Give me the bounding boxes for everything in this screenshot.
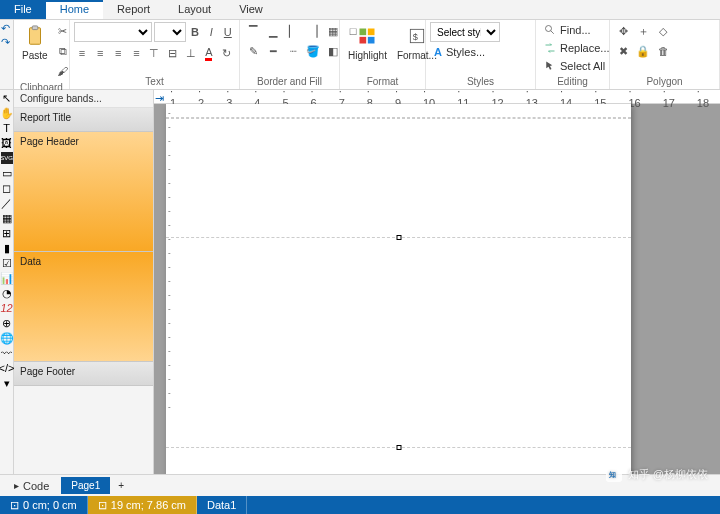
hand-tool-icon[interactable]: ✋ [1,107,13,119]
font-family-select[interactable] [74,22,152,42]
border-left-icon[interactable]: ▏ [284,22,302,40]
text-tool-icon[interactable]: T [1,122,13,134]
line-tool-icon[interactable]: ／ [1,197,13,209]
configure-bands-link[interactable]: Configure bands... [14,90,153,108]
page-surface[interactable]: ---------------------- [154,104,720,474]
report-page[interactable]: ---------------------- [166,104,631,474]
move-icon[interactable]: ✥ [614,22,632,40]
subreport-tool-icon[interactable]: ▦ [1,212,13,224]
section-report-title[interactable] [166,104,631,118]
band-report-title[interactable]: Report Title [14,108,153,132]
cut-icon[interactable]: ✂ [54,22,72,40]
tab-layout[interactable]: Layout [164,0,225,19]
rich-tool-icon[interactable]: 12 [1,302,13,314]
group-label-border: Border and Fill [244,74,335,89]
svg-text:$: $ [413,32,418,42]
del-point-icon[interactable]: ✖ [614,42,632,60]
chart-tool-icon[interactable]: 📊 [1,272,13,284]
select-all-button[interactable]: Select All [540,58,614,74]
group-label-editing: Editing [540,74,605,89]
replace-button[interactable]: Replace... [540,40,614,56]
highlight-icon [355,24,379,48]
brush-icon[interactable]: 🖌 [54,62,72,80]
line-color-icon[interactable]: ✎ [244,42,262,60]
style-select[interactable]: Select style [430,22,500,42]
svg-rect-2 [360,29,367,36]
line-style-icon[interactable]: ┈ [284,42,302,60]
valign-mid-icon[interactable]: ⊟ [165,44,181,62]
svg-tool-icon[interactable]: SVG [1,152,13,164]
expand-ruler-icon[interactable]: ⇥ [155,92,165,102]
italic-icon[interactable]: I [204,23,218,41]
pointer-tool-icon[interactable]: ↖ [1,92,13,104]
ribbon: ↶ ↷ Paste ✂ ⧉ 🖌 Clipboard B I U [0,20,720,90]
group-label-styles: Styles [430,74,531,89]
more-tool-icon[interactable]: ▾ [1,377,13,389]
bold-icon[interactable]: B [188,23,202,41]
tab-file[interactable]: File [0,0,46,19]
sparkline-tool-icon[interactable]: 〰 [1,347,13,359]
tab-view[interactable]: View [225,0,277,19]
tab-page1[interactable]: Page1 [61,477,110,494]
redo-icon[interactable]: ↷ [1,36,13,48]
svg-rect-3 [368,29,375,36]
shape-tool-icon[interactable]: ◻ [1,182,13,194]
band-page-footer[interactable]: Page Footer [14,362,153,386]
lock-icon[interactable]: 🔒 [634,42,652,60]
band-data[interactable]: Data [14,252,153,362]
menubar: File Home Report Layout View [0,0,720,20]
gauge-tool-icon[interactable]: ◔ [1,287,13,299]
check-tool-icon[interactable]: ☑ [1,257,13,269]
svg-rect-5 [368,37,375,44]
html-tool-icon[interactable]: </> [1,362,13,374]
line-width-icon[interactable]: ━ [264,42,282,60]
status-pos2: ⊡ 19 cm; 7.86 cm [88,496,197,514]
add-point-icon[interactable]: ＋ [634,22,652,40]
group-label-format: Format [344,74,421,89]
magnifier-icon [544,24,556,36]
border-bot-icon[interactable]: ▁ [264,22,282,40]
cross-tool-icon[interactable]: ⊕ [1,317,13,329]
band-tool-icon[interactable]: ▭ [1,167,13,179]
band-page-header[interactable]: Page Header [14,132,153,252]
valign-bot-icon[interactable]: ⊥ [183,44,199,62]
picture-tool-icon[interactable]: 🖼 [1,137,13,149]
page-tabs: ▸ Code Page1 + [0,474,720,496]
align-left-icon[interactable]: ≡ [74,44,90,62]
resize-handle[interactable] [396,445,401,450]
align-right-icon[interactable]: ≡ [110,44,126,62]
tab-code[interactable]: ▸ Code [4,477,59,495]
tab-report[interactable]: Report [103,0,164,19]
workspace: ↖ ✋ T 🖼 SVG ▭ ◻ ／ ▦ ⊞ ▮ ☑ 📊 ◔ 12 ⊕ 🌐 〰 <… [0,90,720,474]
styles-button[interactable]: AStyles... [430,44,500,60]
replace-icon [544,42,556,54]
undo-icon[interactable]: ↶ [1,22,13,34]
align-justify-icon[interactable]: ≡ [128,44,144,62]
canvas-area: ⇥ · 1· 2· 3· 4· 5· 6· 7· 8· 9· 10· 11· 1… [154,90,720,474]
quick-access: ↶ ↷ [0,20,14,89]
highlight-button[interactable]: Highlight [344,22,391,63]
border-top-icon[interactable]: ▔ [244,22,262,40]
font-size-select[interactable] [154,22,186,42]
svg-line-9 [551,31,554,34]
poly-tool-icon[interactable]: ◇ [654,22,672,40]
underline-icon[interactable]: U [221,23,235,41]
find-button[interactable]: Find... [540,22,614,38]
add-page-button[interactable]: + [112,477,130,494]
fill-color-icon[interactable]: 🪣 [304,42,322,60]
paste-button[interactable]: Paste [18,22,52,63]
border-right-icon[interactable]: ▕ [304,22,322,40]
tab-home[interactable]: Home [46,0,103,19]
clipboard-icon [23,24,47,48]
delete-icon[interactable]: 🗑 [654,42,672,60]
barcode-tool-icon[interactable]: ▮ [1,242,13,254]
valign-top-icon[interactable]: ⊤ [146,44,162,62]
table-tool-icon[interactable]: ⊞ [1,227,13,239]
section-page-header[interactable] [166,118,631,238]
map-tool-icon[interactable]: 🌐 [1,332,13,344]
rotate-icon[interactable]: ↻ [219,44,235,62]
align-center-icon[interactable]: ≡ [92,44,108,62]
section-data[interactable] [166,238,631,448]
copy-icon[interactable]: ⧉ [54,42,72,60]
font-color-icon[interactable]: A [201,44,217,62]
